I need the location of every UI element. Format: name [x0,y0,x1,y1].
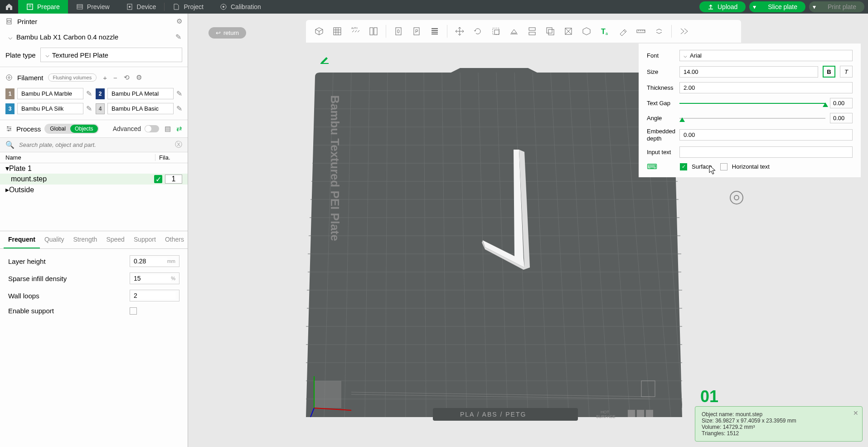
font-dropdown[interactable]: ⌵ Arial [679,50,853,61]
filament-color-1[interactable]: 1 [5,88,15,99]
tab-calibration[interactable]: Calibration [212,0,269,14]
process-compare-icon[interactable]: ⇄ [176,125,182,133]
printer-settings-icon[interactable]: ⚙ [176,17,182,25]
tab-others[interactable]: Others [160,231,189,248]
expand-icon[interactable]: ▸ [5,185,9,194]
global-objects-toggle[interactable]: Global Objects [44,124,98,134]
setting-support: Enable support [0,304,188,317]
tab-strength[interactable]: Strength [68,231,102,248]
tool-arrange-icon[interactable]: AUTO [348,23,363,39]
tool-add-plate-icon[interactable] [330,23,345,39]
svg-point-12 [8,130,10,131]
gap-slider[interactable] [679,103,825,104]
filament-settings-icon[interactable]: ⚙ [136,73,142,82]
tool-add-cube-icon[interactable] [311,23,327,39]
tool-mesh-boolean-icon[interactable] [543,23,558,39]
tool-text-icon[interactable]: Ta [597,23,612,39]
thickness-input[interactable] [679,82,853,93]
build-plate-3d[interactable]: Bambu Textured PEI Plate PLA / ABS / PET… [306,68,682,440]
tool-rotate-icon[interactable] [470,23,485,39]
advanced-toggle[interactable] [145,125,159,132]
tab-quality[interactable]: Quality [40,231,69,248]
filament-assign[interactable]: 1 [165,175,182,184]
flushing-volumes-button[interactable]: Flushing volumes [48,73,97,82]
tab-objects[interactable]: Objects [70,125,98,133]
add-filament-icon[interactable]: + [103,74,107,82]
edit-printer-icon[interactable]: ✎ [175,33,181,41]
filament-color-2[interactable]: 2 [96,88,105,99]
tool-measure-icon[interactable] [633,23,649,39]
tool-cut-icon[interactable] [524,23,540,39]
tool-layers-icon[interactable] [427,23,442,39]
sync-filament-icon[interactable]: ⟲ [124,73,130,82]
keyboard-icon[interactable]: ⌨ [647,162,657,171]
viewport-3d[interactable]: ↩ return AUTO 0 P Ta [188,14,868,447]
angle-value[interactable]: 0.00 [830,113,853,123]
tool-split-icon[interactable] [366,23,381,39]
return-button[interactable]: ↩ return [209,27,246,39]
filament-dropdown-1[interactable]: Bambu PLA Marble [17,88,83,99]
tool-move-icon[interactable] [452,23,467,39]
tree-outside[interactable]: ▸ Outside [0,185,188,195]
chevron-down-icon[interactable]: ⌵ [8,33,13,41]
view-gizmo-icon[interactable] [727,190,750,209]
tab-speed[interactable]: Speed [102,231,129,248]
filament-dropdown-3[interactable]: Bambu PLA Silk [17,103,83,114]
edit-filament-2-icon[interactable]: ✎ [176,89,182,98]
filament-color-4[interactable]: 4 [96,103,105,114]
horizontal-checkbox[interactable] [720,163,727,170]
tool-assembly-icon[interactable] [651,23,667,39]
tree-header: Name Fila. [0,152,188,163]
tab-frequent[interactable]: Frequent [4,231,40,248]
upload-button[interactable]: Upload [699,1,746,12]
remove-filament-icon[interactable]: − [113,74,117,82]
search-input[interactable] [17,140,172,150]
filament-color-3[interactable]: 3 [5,103,15,114]
tool-height-range-icon[interactable]: 0 [391,23,406,39]
expand-icon[interactable]: ▾ [5,164,9,173]
tree-item-mount[interactable]: mount.step ✓ 1 [0,174,188,185]
visibility-check-icon[interactable]: ✓ [154,175,162,183]
wall-input[interactable] [130,290,179,301]
tab-project[interactable]: Project [165,0,212,14]
tool-flatten-icon[interactable] [506,23,522,39]
surface-checkbox[interactable]: ✓ [680,163,687,170]
tab-global[interactable]: Global [45,125,70,133]
tree-plate-1[interactable]: ▾ Plate 1 [0,163,188,174]
clear-search-icon[interactable]: ⓧ [175,140,182,150]
bold-button[interactable]: B [823,66,835,78]
home-button[interactable] [0,0,18,14]
filament-dropdown-4[interactable]: Bambu PLA Basic [107,103,174,114]
tab-support[interactable]: Support [129,231,160,248]
print-chevron[interactable]: ▾ [809,1,820,12]
tab-preview[interactable]: Preview [68,0,118,14]
gap-label: Text Gap [647,100,675,107]
tool-support-paint-icon[interactable] [561,23,576,39]
edit-filament-4-icon[interactable]: ✎ [176,104,182,113]
tool-seam-paint-icon[interactable] [579,23,594,39]
depth-input[interactable] [679,129,853,141]
close-info-icon[interactable]: ✕ [853,409,858,417]
edit-filament-3-icon[interactable]: ✎ [86,104,92,113]
filament-dropdown-2[interactable]: Bambu PLA Metal [107,88,174,99]
tool-scale-icon[interactable] [488,23,504,39]
tool-color-paint-icon[interactable] [615,23,630,39]
layer-height-input[interactable]: mm [130,255,179,267]
support-checkbox[interactable] [130,307,137,315]
plate-type-dropdown[interactable]: ⌵ Textured PEI Plate [40,48,182,62]
gap-value[interactable]: 0.00 [830,98,853,108]
slice-chevron[interactable]: ▾ [749,1,760,12]
text-input[interactable] [679,146,853,158]
infill-input[interactable]: % [130,272,179,284]
tab-prepare[interactable]: Prepare [18,0,68,14]
tab-device[interactable]: Device [118,0,165,14]
slice-button[interactable]: Slice plate [760,1,805,12]
printer-name-input[interactable] [16,33,172,41]
angle-slider[interactable] [679,118,825,119]
italic-button[interactable]: T [840,66,853,78]
tool-copy-icon[interactable]: P [409,23,424,39]
process-list-icon[interactable]: ▤ [165,125,171,133]
size-input[interactable] [679,66,818,78]
tool-variable-height-icon[interactable] [676,23,692,39]
edit-filament-1-icon[interactable]: ✎ [86,89,92,98]
